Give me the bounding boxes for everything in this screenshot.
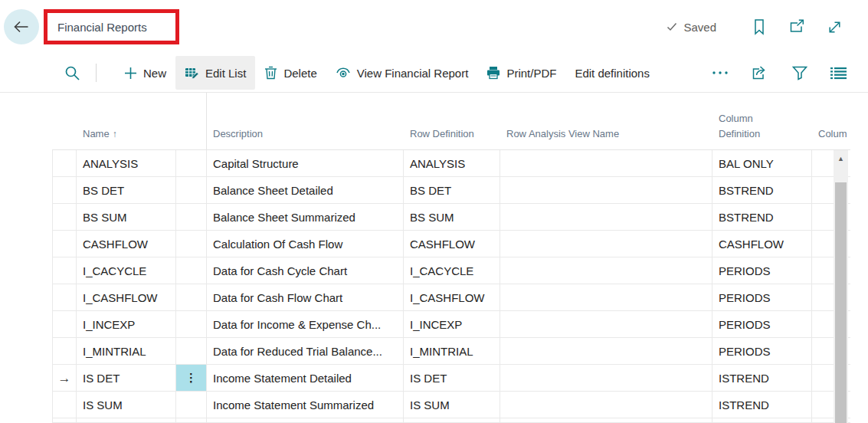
row-analysis-view-name-cell[interactable] [500, 257, 712, 284]
table-row[interactable]: BS SUM Balance Sheet Summarized BS SUM B… [52, 204, 850, 231]
column-definition-cell[interactable]: BSTREND [712, 177, 812, 203]
description-cell[interactable]: Data for Income & Expense Ch... [207, 311, 404, 337]
scrollbar-up-arrow-icon[interactable]: ▲ [834, 150, 848, 166]
row-definition-cell[interactable]: IS SUM [404, 392, 500, 418]
row-analysis-view-name-cell[interactable] [500, 204, 712, 230]
row-context-menu-icon[interactable]: ⋮ [185, 371, 197, 385]
row-selector-cell[interactable] [52, 392, 77, 418]
column-definition-cell[interactable]: BAL ONLY [712, 150, 812, 176]
description-cell[interactable]: Calculation Of Cash Flow [207, 231, 404, 257]
row-analysis-view-name-cell[interactable] [500, 284, 712, 310]
row-menu-cell[interactable] [176, 392, 207, 418]
column-definition-cell[interactable]: ISTREND [712, 392, 812, 418]
row-definition-cell[interactable]: BS DET [404, 177, 500, 203]
row-analysis-view-name-cell[interactable] [500, 311, 712, 337]
column-header-column-definition[interactable]: Column Definition [712, 93, 812, 149]
row-menu-cell[interactable] [176, 257, 207, 284]
delete-button[interactable]: Delete [255, 56, 326, 90]
row-definition-cell[interactable]: ANALYSIS [404, 150, 500, 176]
row-selector-cell[interactable] [52, 204, 77, 230]
print-pdf-button[interactable]: Print/PDF [477, 56, 565, 90]
column-definition-cell[interactable]: PERIODS [712, 257, 812, 284]
column-header-row-definition[interactable]: Row Definition [404, 93, 500, 149]
row-selector-cell[interactable] [52, 311, 77, 337]
column-header-description[interactable]: Description [207, 93, 404, 149]
description-cell[interactable]: Balance Sheet Summarized [207, 204, 404, 230]
new-button[interactable]: New [115, 56, 175, 90]
row-definition-cell[interactable]: CASHFLOW [404, 231, 500, 257]
table-row[interactable]: ANALYSIS Capital Structure ANALYSIS BAL … [52, 150, 850, 177]
name-cell[interactable] [77, 418, 176, 422]
row-menu-cell[interactable] [176, 284, 207, 310]
name-cell[interactable]: I_INCEXP [77, 311, 176, 337]
column-definition-cell[interactable]: PERIODS [712, 284, 812, 310]
column-definition-cell[interactable] [712, 418, 812, 422]
table-row[interactable]: CASHFLOW Calculation Of Cash Flow CASHFL… [52, 231, 850, 257]
description-cell[interactable]: Balance Sheet Detailed [207, 177, 404, 203]
description-cell[interactable]: Data for Cash Flow Chart [207, 284, 404, 310]
row-menu-cell[interactable] [176, 204, 207, 230]
description-cell[interactable]: Data for Cash Cycle Chart [207, 257, 404, 284]
view-financial-report-button[interactable]: View Financial Report [326, 56, 478, 90]
row-selector-cell[interactable] [52, 257, 77, 284]
description-cell[interactable] [207, 418, 404, 422]
row-definition-cell[interactable] [404, 418, 500, 422]
description-cell[interactable]: Data for Reduced Trial Balance... [207, 338, 404, 364]
more-options-icon[interactable] [712, 70, 729, 75]
scrollbar-thumb[interactable] [835, 182, 847, 423]
row-menu-cell[interactable] [176, 150, 207, 176]
row-definition-cell[interactable]: BS SUM [404, 204, 500, 230]
list-options-icon[interactable] [830, 67, 847, 80]
table-row[interactable]: → IS DET ⋮ Income Statement Detailed IS … [52, 365, 850, 392]
row-analysis-view-name-cell[interactable] [500, 418, 712, 422]
name-cell[interactable]: CASHFLOW [77, 231, 176, 257]
column-header-column-truncated[interactable]: Colum [812, 93, 850, 149]
column-definition-cell[interactable]: BSTREND [712, 204, 812, 230]
row-definition-cell[interactable]: I_CACYCLE [404, 257, 500, 284]
row-analysis-view-name-cell[interactable] [500, 231, 712, 257]
column-header-row-analysis-view-name[interactable]: Row Analysis View Name [500, 93, 712, 149]
row-selector-cell[interactable] [52, 284, 77, 310]
column-header-name[interactable]: Name ↑ [77, 93, 176, 149]
row-analysis-view-name-cell[interactable] [500, 177, 712, 203]
row-analysis-view-name-cell[interactable] [500, 392, 712, 418]
share-icon[interactable] [752, 65, 769, 80]
row-menu-cell[interactable]: ⋮ [176, 365, 207, 391]
row-definition-cell[interactable]: I_MINTRIAL [404, 338, 500, 364]
table-row[interactable]: IS SUM Income Statement Summarized IS SU… [52, 392, 850, 418]
name-cell[interactable]: I_CACYCLE [77, 257, 176, 284]
name-cell[interactable]: I_MINTRIAL [77, 338, 176, 364]
row-menu-cell[interactable] [176, 311, 207, 337]
row-selector-cell[interactable] [52, 231, 77, 257]
column-definition-cell[interactable]: PERIODS [712, 311, 812, 337]
row-menu-cell[interactable] [176, 231, 207, 257]
row-analysis-view-name-cell[interactable] [500, 150, 712, 176]
row-analysis-view-name-cell[interactable] [500, 365, 712, 391]
description-cell[interactable]: Income Statement Summarized [207, 392, 404, 418]
row-selector-cell[interactable]: → [52, 365, 77, 391]
search-button[interactable] [64, 65, 80, 81]
column-definition-cell[interactable]: ISTREND [712, 365, 812, 391]
vertical-scrollbar[interactable]: ▲ [834, 150, 848, 423]
row-selector-cell[interactable] [52, 150, 77, 176]
row-menu-cell[interactable] [176, 418, 207, 422]
expand-icon[interactable] [827, 18, 843, 35]
table-row[interactable]: BS DET Balance Sheet Detailed BS DET BST… [52, 177, 850, 204]
description-cell[interactable]: Income Statement Detailed [207, 365, 404, 391]
edit-list-button[interactable]: Edit List [175, 56, 255, 90]
row-menu-cell[interactable] [176, 338, 207, 364]
table-row[interactable]: I_CACYCLE Data for Cash Cycle Chart I_CA… [52, 257, 850, 284]
row-definition-cell[interactable]: I_INCEXP [404, 311, 500, 337]
open-in-new-window-icon[interactable] [788, 18, 805, 35]
name-cell[interactable]: BS SUM [77, 204, 176, 230]
name-cell[interactable]: IS DET [77, 365, 176, 391]
bookmark-icon[interactable] [752, 18, 767, 35]
row-definition-cell[interactable]: I_CASHFLOW [404, 284, 500, 310]
row-selector-cell[interactable] [52, 418, 77, 422]
name-cell[interactable]: IS SUM [77, 392, 176, 418]
row-analysis-view-name-cell[interactable] [500, 338, 712, 364]
row-definition-cell[interactable]: IS DET [404, 365, 500, 391]
table-row[interactable]: I_INCEXP Data for Income & Expense Ch...… [52, 311, 850, 338]
back-button[interactable] [4, 9, 39, 44]
table-row[interactable]: I_CASHFLOW Data for Cash Flow Chart I_CA… [52, 284, 850, 311]
